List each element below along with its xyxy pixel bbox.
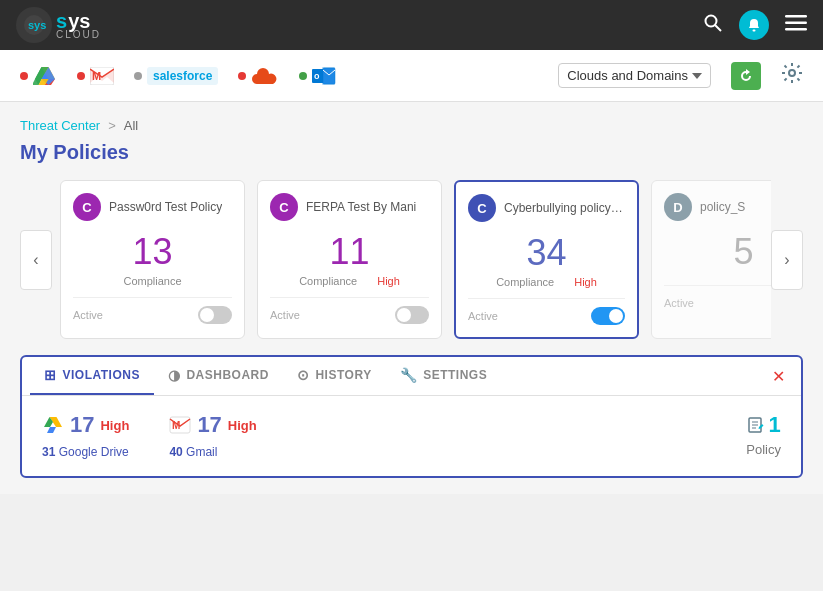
service-salesforce[interactable]: salesforce: [134, 67, 218, 85]
card-toggle-0[interactable]: [198, 306, 232, 324]
outlook-status-dot: [299, 72, 307, 80]
chevron-down-icon: [692, 73, 702, 79]
salesforce-text-icon: salesforce: [147, 67, 218, 85]
violation-gmail-sub-label: Gmail: [186, 445, 217, 459]
card-name-3: policy_S: [700, 200, 745, 214]
violation-drive-sub-count: 31: [42, 445, 55, 459]
policy-card-2[interactable]: C Cyberbullying policy_... 34 Compliance…: [454, 180, 639, 339]
svg-text:sys: sys: [28, 19, 46, 31]
svg-point-2: [706, 15, 717, 26]
violations-tab-label: VIOLATIONS: [63, 368, 140, 382]
drive-icon: [33, 65, 57, 87]
card-toggle-2[interactable]: [591, 307, 625, 325]
card-label-compliance-1: Compliance: [299, 275, 357, 287]
card-name-2: Cyberbullying policy_...: [504, 201, 625, 215]
history-tab-label: HISTORY: [315, 368, 371, 382]
card-label-compliance-2: Compliance: [496, 276, 554, 288]
refresh-icon: [739, 69, 753, 83]
svg-point-25: [789, 70, 795, 76]
policy-card-3[interactable]: D policy_S 5 Active: [651, 180, 771, 339]
violation-gmail-count: 17: [197, 412, 221, 438]
policy-count: 1: [769, 412, 781, 438]
policy-edit-icon: [747, 416, 765, 434]
gmail-status-dot: [77, 72, 85, 80]
svg-line-3: [715, 25, 721, 31]
card-number-3: 5: [664, 231, 771, 273]
policy-card-0[interactable]: C Passw0rd Test Policy 13 Compliance Act…: [60, 180, 245, 339]
page-title: My Policies: [20, 141, 803, 164]
violation-drive-count: 17: [70, 412, 94, 438]
notification-bell[interactable]: [739, 10, 769, 40]
logo-subtext: CLOUD: [56, 29, 101, 40]
card-initial-1: C: [270, 193, 298, 221]
breadcrumb: Threat Center > All: [20, 118, 803, 133]
settings-button[interactable]: [781, 62, 803, 89]
menu-icon[interactable]: [785, 15, 807, 36]
refresh-button[interactable]: [731, 62, 761, 90]
violation-item-gmail: M 17 High 40 Gmail: [169, 412, 256, 460]
svg-marker-29: [47, 427, 56, 433]
logo-icon: sys: [16, 7, 52, 43]
tab-settings[interactable]: 🔧 SETTINGS: [386, 357, 502, 395]
dashboard-tab-icon: ◑: [168, 367, 181, 383]
salesforce-status-dot: [134, 72, 142, 80]
close-panel-button[interactable]: ✕: [764, 367, 793, 386]
violation-gmail-sub-count: 40: [169, 445, 182, 459]
tab-history[interactable]: ⊙ HISTORY: [283, 357, 386, 395]
dashboard-tab-label: DASHBOARD: [186, 368, 269, 382]
card-active-label-1: Active: [270, 309, 300, 321]
card-active-label-2: Active: [468, 310, 498, 322]
violations-tab-icon: ⊞: [44, 367, 57, 383]
search-icon[interactable]: [703, 13, 723, 38]
card-name-0: Passw0rd Test Policy: [109, 200, 222, 214]
card-initial-2: C: [468, 194, 496, 222]
service-bar: M salesforce o Clouds and Domains: [0, 50, 823, 102]
card-number-2: 34: [468, 232, 625, 274]
tab-dashboard[interactable]: ◑ DASHBOARD: [154, 357, 283, 395]
settings-tab-label: SETTINGS: [423, 368, 487, 382]
service-cloud[interactable]: [238, 66, 279, 86]
clouds-dropdown[interactable]: Clouds and Domains: [558, 63, 711, 88]
cloud-icon: [251, 66, 279, 86]
violations-panel: ⊞ VIOLATIONS ◑ DASHBOARD ⊙ HISTORY 🔧 SET…: [20, 355, 803, 478]
breadcrumb-separator: >: [108, 118, 116, 133]
card-label-high-1: High: [377, 275, 400, 287]
policy-cards-container: ‹ C Passw0rd Test Policy 13 Compliance A…: [20, 180, 803, 339]
policy-label: Policy: [746, 442, 781, 457]
history-tab-icon: ⊙: [297, 367, 310, 383]
service-outlook[interactable]: o: [299, 65, 336, 87]
clouds-dropdown-label: Clouds and Domains: [567, 68, 688, 83]
card-name-1: FERPA Test By Mani: [306, 200, 416, 214]
violation-drive-icon: [42, 415, 64, 435]
violation-item-drive: 17 High 31 Google Drive: [42, 412, 129, 460]
card-initial-3: D: [664, 193, 692, 221]
svg-rect-6: [785, 21, 807, 24]
service-gmail[interactable]: M: [77, 67, 114, 85]
cards-prev-button[interactable]: ‹: [20, 230, 52, 290]
svg-rect-4: [753, 30, 756, 32]
svg-text:M: M: [92, 70, 101, 82]
svg-rect-7: [785, 28, 807, 31]
breadcrumb-parent[interactable]: Threat Center: [20, 118, 100, 133]
main-content: Threat Center > All My Policies ‹ C Pass…: [0, 102, 823, 494]
tab-violations[interactable]: ⊞ VIOLATIONS: [30, 357, 154, 395]
policy-summary-item: 1 Policy: [746, 412, 781, 457]
violation-gmail-icon: M: [169, 416, 191, 434]
cards-next-button[interactable]: ›: [771, 230, 803, 290]
card-number-0: 13: [73, 231, 232, 273]
svg-rect-24: [323, 68, 335, 84]
card-active-label-3: Active: [664, 297, 694, 309]
policy-card-1[interactable]: C FERPA Test By Mani 11 Compliance High …: [257, 180, 442, 339]
cards-row: C Passw0rd Test Policy 13 Compliance Act…: [52, 180, 771, 339]
violations-content: 17 High 31 Google Drive M: [22, 396, 801, 476]
card-number-1: 11: [270, 231, 429, 273]
violation-drive-sub-label: Google Drive: [59, 445, 129, 459]
card-toggle-1[interactable]: [395, 306, 429, 324]
svg-rect-5: [785, 15, 807, 18]
breadcrumb-current: All: [124, 118, 138, 133]
svg-text:M: M: [172, 420, 180, 431]
card-initial-0: C: [73, 193, 101, 221]
service-google-drive[interactable]: [20, 65, 57, 87]
app-header: sys s ys CLOUD: [0, 0, 823, 50]
violation-drive-high: High: [100, 418, 129, 433]
